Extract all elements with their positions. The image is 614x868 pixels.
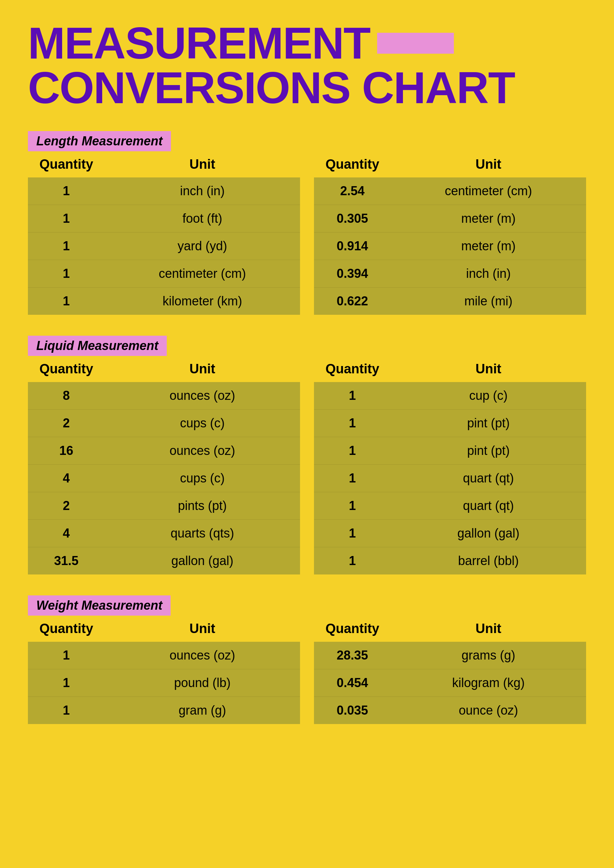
table-body: 1inch (in)1foot (ft)1yard (yd)1centimete… xyxy=(28,177,300,315)
table-row: 1cup (c) xyxy=(314,382,586,409)
table-row: 2.54centimeter (cm) xyxy=(314,177,586,205)
cell-qty: 1 xyxy=(28,260,105,287)
cell-qty: 1 xyxy=(28,642,105,669)
col-qty-header: Quantity xyxy=(28,151,105,177)
cell-qty: 1 xyxy=(314,520,391,547)
cell-unit: kilogram (kg) xyxy=(391,669,586,696)
table-row: 1foot (ft) xyxy=(28,205,300,232)
table-header: QuantityUnit xyxy=(314,151,586,177)
section-label-length: Length Measurement xyxy=(28,131,171,151)
table-body: 1cup (c)1pint (pt)1pint (pt)1quart (qt)1… xyxy=(314,382,586,575)
table-half-weight-left: QuantityUnit1ounces (oz)1pound (lb)1gram… xyxy=(28,615,300,724)
cell-qty: 4 xyxy=(28,520,105,547)
table-header: QuantityUnit xyxy=(28,151,300,177)
cell-qty: 8 xyxy=(28,382,105,409)
page-title: MEASUREMENT CONVERSIONS CHART xyxy=(28,21,586,110)
table-body: 8ounces (oz)2cups (c)16ounces (oz)4cups … xyxy=(28,382,300,575)
col-unit-header: Unit xyxy=(391,151,586,177)
cell-unit: grams (g) xyxy=(391,642,586,669)
table-body: 28.35grams (g)0.454kilogram (kg)0.035oun… xyxy=(314,642,586,724)
cell-unit: barrel (bbl) xyxy=(391,547,586,575)
cell-qty: 1 xyxy=(314,437,391,464)
cell-qty: 1 xyxy=(314,547,391,575)
col-qty-header: Quantity xyxy=(314,615,391,642)
title-line1: MEASUREMENT xyxy=(28,18,370,68)
cell-qty: 0.622 xyxy=(314,288,391,315)
cell-qty: 1 xyxy=(314,492,391,519)
cell-unit: ounces (oz) xyxy=(105,642,300,669)
cell-unit: cups (c) xyxy=(105,409,300,437)
cell-qty: 1 xyxy=(28,669,105,696)
cell-qty: 1 xyxy=(28,205,105,232)
cell-qty: 2.54 xyxy=(314,177,391,205)
table-weight: QuantityUnit1ounces (oz)1pound (lb)1gram… xyxy=(28,615,586,724)
table-row: 1quart (qt) xyxy=(314,465,586,492)
table-half-weight-right: QuantityUnit28.35grams (g)0.454kilogram … xyxy=(314,615,586,724)
table-header: QuantityUnit xyxy=(314,615,586,642)
cell-unit: pint (pt) xyxy=(391,409,586,437)
table-header: QuantityUnit xyxy=(28,615,300,642)
cell-unit: kilometer (km) xyxy=(105,288,300,315)
cell-qty: 1 xyxy=(28,697,105,724)
table-row: 1gallon (gal) xyxy=(314,520,586,547)
cell-unit: pints (pt) xyxy=(105,492,300,519)
col-qty-header: Quantity xyxy=(28,356,105,382)
title-decoration xyxy=(377,33,454,54)
section-label-liquid: Liquid Measurement xyxy=(28,336,167,356)
col-unit-header: Unit xyxy=(391,356,586,382)
cell-unit: ounces (oz) xyxy=(105,437,300,464)
table-half-length-right: QuantityUnit2.54centimeter (cm)0.305mete… xyxy=(314,151,586,315)
cell-qty: 1 xyxy=(28,288,105,315)
cell-qty: 2 xyxy=(28,492,105,519)
cell-unit: pint (pt) xyxy=(391,437,586,464)
section-liquid: Liquid MeasurementQuantityUnit8ounces (o… xyxy=(28,336,586,575)
cell-qty: 1 xyxy=(314,382,391,409)
cell-qty: 1 xyxy=(314,465,391,492)
table-row: 1pint (pt) xyxy=(314,409,586,437)
table-header: QuantityUnit xyxy=(314,356,586,382)
section-weight: Weight MeasurementQuantityUnit1ounces (o… xyxy=(28,595,586,724)
table-row: 4quarts (qts) xyxy=(28,520,300,547)
cell-qty: 1 xyxy=(28,232,105,260)
table-row: 0.035ounce (oz) xyxy=(314,697,586,724)
table-row: 1kilometer (km) xyxy=(28,288,300,315)
table-row: 1gram (g) xyxy=(28,697,300,724)
table-row: 1ounces (oz) xyxy=(28,642,300,669)
table-row: 1quart (qt) xyxy=(314,492,586,520)
cell-qty: 0.035 xyxy=(314,697,391,724)
col-unit-header: Unit xyxy=(105,151,300,177)
table-length: QuantityUnit1inch (in)1foot (ft)1yard (y… xyxy=(28,151,586,315)
col-qty-header: Quantity xyxy=(314,151,391,177)
table-row: 1centimeter (cm) xyxy=(28,260,300,288)
section-length: Length MeasurementQuantityUnit1inch (in)… xyxy=(28,131,586,315)
col-qty-header: Quantity xyxy=(28,615,105,642)
cell-unit: ounce (oz) xyxy=(391,697,586,724)
cell-unit: meter (m) xyxy=(391,205,586,232)
table-half-liquid-right: QuantityUnit1cup (c)1pint (pt)1pint (pt)… xyxy=(314,356,586,575)
table-row: 16ounces (oz) xyxy=(28,437,300,465)
table-row: 28.35grams (g) xyxy=(314,642,586,669)
table-liquid: QuantityUnit8ounces (oz)2cups (c)16ounce… xyxy=(28,356,586,575)
col-unit-header: Unit xyxy=(105,615,300,642)
table-header: QuantityUnit xyxy=(28,356,300,382)
cell-unit: cups (c) xyxy=(105,465,300,492)
table-row: 8ounces (oz) xyxy=(28,382,300,409)
table-half-liquid-left: QuantityUnit8ounces (oz)2cups (c)16ounce… xyxy=(28,356,300,575)
section-label-weight: Weight Measurement xyxy=(28,595,171,615)
table-row: 0.305meter (m) xyxy=(314,205,586,232)
cell-unit: centimeter (cm) xyxy=(105,260,300,287)
cell-unit: inch (in) xyxy=(391,260,586,287)
cell-unit: centimeter (cm) xyxy=(391,177,586,205)
cell-unit: ounces (oz) xyxy=(105,382,300,409)
table-row: 0.394inch (in) xyxy=(314,260,586,288)
cell-qty: 16 xyxy=(28,437,105,464)
table-row: 31.5gallon (gal) xyxy=(28,547,300,575)
cell-qty: 0.914 xyxy=(314,232,391,260)
table-half-length-left: QuantityUnit1inch (in)1foot (ft)1yard (y… xyxy=(28,151,300,315)
table-row: 0.914meter (m) xyxy=(314,232,586,260)
cell-unit: mile (mi) xyxy=(391,288,586,315)
title-line2: CONVERSIONS CHART xyxy=(28,63,515,113)
table-row: 1yard (yd) xyxy=(28,232,300,260)
cell-unit: inch (in) xyxy=(105,177,300,205)
cell-qty: 0.394 xyxy=(314,260,391,287)
